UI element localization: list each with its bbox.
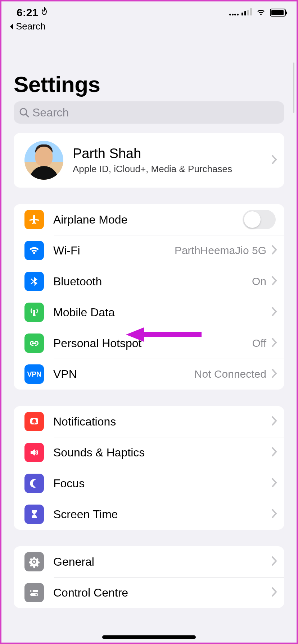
- profile-subtitle: Apple ID, iCloud+, Media & Purchases: [73, 164, 262, 175]
- bluetooth-row[interactable]: Bluetooth On: [14, 266, 284, 297]
- scroll-indicator: [293, 63, 294, 113]
- row-label: Personal Hotspot: [53, 337, 252, 350]
- chevron-right-icon: [271, 587, 277, 598]
- page-title: Settings: [1, 32, 297, 101]
- gear-icon: [24, 552, 44, 571]
- focus-row[interactable]: Focus: [14, 468, 284, 499]
- chevron-right-icon: [271, 245, 277, 256]
- profile-group: Parth Shah Apple ID, iCloud+, Media & Pu…: [14, 133, 284, 188]
- svg-point-4: [31, 590, 33, 592]
- battery-icon: [270, 9, 286, 17]
- hourglass-icon: [24, 505, 44, 524]
- chevron-right-icon: [271, 478, 277, 489]
- general-group: General Control Centre: [14, 546, 284, 608]
- row-label: Mobile Data: [53, 306, 271, 319]
- search-placeholder: Search: [32, 106, 69, 119]
- airplane-icon: [24, 210, 44, 229]
- flame-icon: [40, 6, 48, 19]
- link-icon: [24, 334, 44, 353]
- cell-signal-icon: [229, 8, 252, 17]
- vpn-row[interactable]: VPN VPN Not Connected: [14, 359, 284, 390]
- chevron-right-icon: [271, 509, 277, 520]
- bell-icon: [24, 412, 44, 431]
- row-label: Focus: [53, 477, 271, 490]
- chevron-right-icon: [271, 337, 277, 349]
- wifi-row[interactable]: Wi-Fi ParthHeemaJio 5G: [14, 235, 284, 266]
- mobile-data-row[interactable]: Mobile Data: [14, 297, 284, 328]
- row-value: ParthHeemaJio 5G: [175, 244, 266, 257]
- search-icon: [19, 107, 30, 118]
- row-label: General: [53, 555, 271, 569]
- general-row[interactable]: General: [14, 546, 284, 577]
- chevron-right-icon: [271, 307, 277, 318]
- vpn-icon: VPN: [24, 364, 44, 384]
- airplane-mode-row[interactable]: Airplane Mode: [14, 204, 284, 235]
- wifi-icon: [24, 241, 44, 260]
- row-value: Off: [252, 337, 266, 349]
- screen-time-row[interactable]: Screen Time: [14, 499, 284, 530]
- control-centre-row[interactable]: Control Centre: [14, 577, 284, 608]
- row-label: Bluetooth: [53, 275, 252, 288]
- sounds-row[interactable]: Sounds & Haptics: [14, 437, 284, 468]
- toggles-icon: [24, 583, 44, 602]
- chevron-right-icon: [271, 447, 277, 458]
- row-label: VPN: [53, 368, 194, 381]
- wifi-status-icon: [256, 8, 266, 17]
- chevron-right-icon: [271, 155, 277, 166]
- chevron-right-icon: [271, 276, 277, 287]
- apple-id-row[interactable]: Parth Shah Apple ID, iCloud+, Media & Pu…: [14, 133, 284, 188]
- personal-hotspot-row[interactable]: Personal Hotspot Off: [14, 328, 284, 359]
- notifications-row[interactable]: Notifications: [14, 406, 284, 437]
- svg-line-1: [26, 114, 28, 117]
- row-label: Airplane Mode: [53, 213, 243, 226]
- chevron-right-icon: [271, 368, 277, 380]
- row-label: Screen Time: [53, 508, 271, 521]
- back-to-search[interactable]: Search: [1, 19, 297, 32]
- moon-icon: [24, 474, 44, 493]
- antenna-icon: [24, 303, 44, 322]
- row-value: On: [252, 275, 266, 288]
- back-label: Search: [16, 21, 45, 32]
- notifications-group: Notifications Sounds & Haptics Focus Scr…: [14, 406, 284, 530]
- bluetooth-icon: [24, 272, 44, 291]
- row-value: Not Connected: [194, 368, 266, 380]
- chevron-right-icon: [271, 556, 277, 567]
- speaker-icon: [24, 443, 44, 462]
- search-input[interactable]: Search: [14, 101, 284, 124]
- row-label: Notifications: [53, 415, 271, 428]
- row-label: Wi-Fi: [53, 244, 175, 257]
- row-label: Control Centre: [53, 586, 271, 599]
- svg-point-6: [36, 594, 37, 595]
- chevron-right-icon: [271, 416, 277, 427]
- airplane-toggle[interactable]: [243, 210, 276, 229]
- avatar: [24, 141, 63, 180]
- row-label: Sounds & Haptics: [53, 446, 271, 459]
- status-time: 6:21: [17, 6, 38, 19]
- profile-name: Parth Shah: [73, 146, 262, 161]
- home-indicator[interactable]: [102, 635, 196, 639]
- connectivity-group: Airplane Mode Wi-Fi ParthHeemaJio 5G Blu…: [14, 204, 284, 390]
- status-bar: 6:21: [1, 1, 297, 19]
